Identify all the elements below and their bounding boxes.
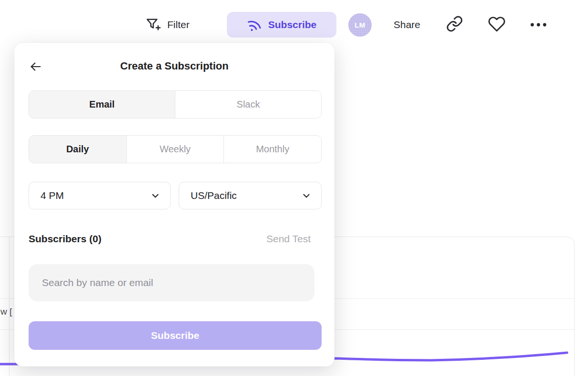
tab-slack[interactable]: Slack <box>175 91 321 118</box>
chevron-down-icon <box>150 190 161 201</box>
subscribers-count-label: Subscribers (0) <box>29 233 101 245</box>
subscribers-row: Subscribers (0) Send Test <box>29 233 322 247</box>
avatar[interactable]: LM <box>348 13 372 37</box>
create-subscription-modal: Create a Subscription Email Slack Daily … <box>14 43 335 366</box>
share-button[interactable]: Share <box>394 14 420 35</box>
timezone-select-value: US/Pacific <box>191 190 237 201</box>
channel-tabs: Email Slack <box>29 90 322 119</box>
rss-icon <box>245 15 264 34</box>
avatar-initials: LM <box>355 21 365 29</box>
time-select-value: 4 PM <box>41 190 64 201</box>
modal-title: Create a Subscription <box>14 60 335 72</box>
more-options-button[interactable] <box>529 19 547 30</box>
favorite-button[interactable] <box>488 15 506 33</box>
heart-icon <box>488 15 506 33</box>
subscribe-toolbar-button[interactable]: Subscribe <box>227 12 336 38</box>
filter-button[interactable]: Filter <box>144 14 190 35</box>
frequency-tabs: Daily Weekly Monthly <box>29 135 322 163</box>
subscribe-submit-button[interactable]: Subscribe <box>29 321 322 350</box>
timezone-select[interactable]: US/Pacific <box>179 182 322 209</box>
copy-link-button[interactable] <box>446 15 463 32</box>
tab-daily[interactable]: Daily <box>29 136 126 163</box>
app-screen: w [ Filter Subscribe <box>0 0 588 376</box>
filter-icon <box>144 16 162 33</box>
background-row-text-fragment: w [ <box>0 307 12 317</box>
filter-label: Filter <box>167 19 190 30</box>
subscriber-search-input[interactable] <box>29 264 314 301</box>
tab-email[interactable]: Email <box>29 91 175 118</box>
tab-weekly[interactable]: Weekly <box>126 136 224 163</box>
link-icon <box>446 15 463 32</box>
subscribe-toolbar-label: Subscribe <box>268 19 317 30</box>
ellipsis-icon <box>529 19 547 30</box>
chevron-down-icon <box>301 190 312 201</box>
toolbar: Filter Subscribe LM Share <box>0 0 588 49</box>
share-label: Share <box>394 19 420 30</box>
send-test-button[interactable]: Send Test <box>266 233 311 245</box>
time-select[interactable]: 4 PM <box>29 182 171 209</box>
tab-monthly[interactable]: Monthly <box>223 136 321 163</box>
